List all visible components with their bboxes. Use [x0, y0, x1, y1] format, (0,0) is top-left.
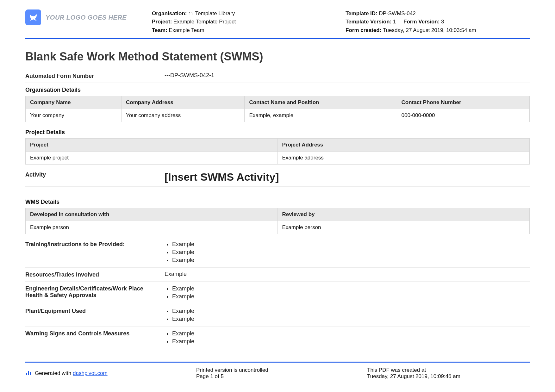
cell-company-address: Your company address [122, 109, 245, 122]
engineering-list: Example Example [165, 285, 530, 301]
training-list: Example Example Example [165, 240, 530, 264]
folder-icon: 🗀 [188, 10, 194, 16]
logo-placeholder-text: YOUR LOGO GOES HERE [46, 14, 127, 21]
resources-value: Example [165, 271, 530, 277]
wms-details-table: Developed in consultation with Reviewed … [25, 208, 530, 234]
organisation-value: Template Library [195, 10, 235, 16]
warning-list: Example Example [165, 330, 530, 345]
svg-rect-0 [26, 373, 27, 375]
form-number-value: ---DP-SWMS-042-1 [165, 72, 530, 79]
footer-right: This PDF was created at Tuesday, 27 Augu… [367, 367, 530, 380]
generated-with-text: Generated with [35, 370, 73, 376]
col-developed-with: Developed in consultation with [26, 208, 278, 221]
template-id-label: Template ID: [346, 10, 377, 16]
cell-company-name: Your company [26, 109, 122, 122]
cell-developed-with: Example person [26, 221, 278, 234]
svg-rect-2 [30, 372, 31, 375]
col-company-address: Company Address [122, 96, 245, 109]
form-version-value: 3 [441, 19, 444, 25]
list-item: Example [172, 285, 530, 293]
form-number-label: Automated Form Number [25, 72, 158, 79]
table-row: Example person Example person [26, 221, 530, 234]
resources-label: Resources/Trades Involved [25, 271, 158, 278]
org-details-table: Company Name Company Address Contact Nam… [25, 96, 530, 122]
uncontrolled-text: Printed version is uncontrolled [196, 367, 354, 373]
list-item: Example [172, 248, 530, 256]
dashpivot-link[interactable]: dashpivot.com [73, 370, 108, 376]
document-footer: Generated with dashpivot.com Printed ver… [25, 362, 530, 380]
template-version-value: 1 [393, 19, 396, 25]
activity-row: Activity [Insert SWMS Activity] [25, 168, 530, 186]
warning-row: Warning Signs and Controls Measures Exam… [25, 327, 530, 349]
training-row: Training/Instructions to be Provided: Ex… [25, 237, 530, 268]
team-value: Example Team [169, 27, 204, 33]
created-at-label: This PDF was created at [367, 367, 530, 373]
organisation-label: Organisation: [152, 10, 187, 16]
footer-left: Generated with dashpivot.com [25, 367, 184, 380]
form-version-label: Form Version: [403, 19, 440, 25]
form-number-row: Automated Form Number ---DP-SWMS-042-1 [25, 69, 530, 83]
list-item: Example [172, 256, 530, 264]
activity-label: Activity [25, 171, 158, 178]
logo-block: YOUR LOGO GOES HERE [25, 9, 142, 25]
form-created-label: Form created: [346, 27, 381, 33]
resources-row: Resources/Trades Involved Example [25, 268, 530, 282]
engineering-label: Engineering Details/Certificates/Work Pl… [25, 285, 158, 299]
project-value: Example Template Project [173, 19, 236, 25]
team-label: Team: [152, 27, 167, 33]
col-contact-name: Contact Name and Position [245, 96, 397, 109]
list-item: Example [172, 307, 530, 315]
wms-details-section-title: WMS Details [25, 195, 530, 208]
table-row: Example project Example address [26, 152, 530, 165]
page-title: Blank Safe Work Method Statement (SWMS) [25, 50, 530, 63]
header-meta-right: Template ID: DP-SWMS-042 Template Versio… [346, 9, 530, 34]
page-number: Page 1 of 5 [196, 373, 354, 380]
project-details-section-title: Project Details [25, 125, 530, 138]
engineering-row: Engineering Details/Certificates/Work Pl… [25, 282, 530, 304]
list-item: Example [172, 293, 530, 301]
col-project-address: Project Address [278, 139, 530, 152]
document-header: YOUR LOGO GOES HERE Organisation: 🗀 Temp… [25, 9, 530, 39]
plant-list: Example Example [165, 307, 530, 323]
header-meta-left: Organisation: 🗀 Template Library Project… [152, 9, 336, 34]
plant-label: Plant/Equipment Used [25, 307, 158, 314]
activity-value: [Insert SWMS Activity] [165, 171, 530, 183]
training-label: Training/Instructions to be Provided: [25, 240, 158, 248]
svg-rect-1 [28, 371, 29, 375]
logo-icon [25, 9, 41, 25]
col-contact-phone: Contact Phone Number [397, 96, 529, 109]
template-version-label: Template Version: [346, 19, 391, 25]
cell-reviewed-by: Example person [278, 221, 530, 234]
project-details-table: Project Project Address Example project … [25, 138, 530, 165]
org-details-section-title: Organisation Details [25, 83, 530, 96]
template-id-value: DP-SWMS-042 [379, 10, 416, 16]
col-reviewed-by: Reviewed by [278, 208, 530, 221]
form-created-value: Tuesday, 27 August 2019, 10:03:54 am [383, 27, 476, 33]
table-row: Your company Your company address Exampl… [26, 109, 530, 122]
list-item: Example [172, 315, 530, 323]
col-project: Project [26, 139, 278, 152]
cell-contact-name: Example, example [245, 109, 397, 122]
cell-project: Example project [26, 152, 278, 165]
list-item: Example [172, 338, 530, 345]
plant-row: Plant/Equipment Used Example Example [25, 304, 530, 327]
list-item: Example [172, 330, 530, 338]
warning-label: Warning Signs and Controls Measures [25, 330, 158, 337]
created-at-value: Tuesday, 27 August 2019, 10:09:46 am [367, 373, 530, 380]
footer-center: Printed version is uncontrolled Page 1 o… [196, 367, 354, 380]
col-company-name: Company Name [26, 96, 122, 109]
cell-contact-phone: 000-000-0000 [397, 109, 529, 122]
cell-project-address: Example address [278, 152, 530, 165]
project-label: Project: [152, 19, 172, 25]
bar-chart-icon [25, 370, 32, 377]
list-item: Example [172, 240, 530, 248]
